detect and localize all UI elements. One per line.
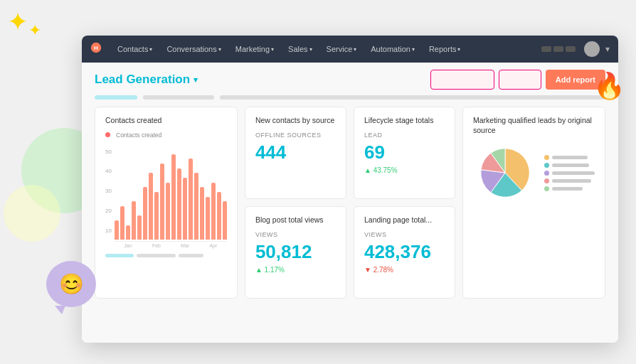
bar-item — [211, 183, 216, 240]
date-range-button[interactable] — [430, 70, 494, 90]
bar-item — [200, 187, 204, 239]
legend-dot-4 — [544, 186, 549, 191]
svg-text:H: H — [94, 45, 98, 51]
bar-item — [171, 154, 176, 240]
legend-bar-0 — [552, 156, 588, 159]
legend-item-1 — [544, 163, 595, 168]
lifecycle-change: ▲ 43.75% — [364, 166, 445, 174]
legend-item-4 — [544, 186, 595, 191]
nav-dot-2 — [553, 46, 563, 52]
bar-item — [132, 201, 136, 239]
date-pill-3 — [220, 95, 605, 100]
blog-views-change: ▲ 1.17% — [255, 266, 336, 274]
bar-item — [177, 168, 181, 240]
blog-views-label: VIEWS — [255, 231, 336, 238]
smile-emoji: 😊 — [59, 272, 84, 296]
x-axis-labels: Jan Feb Mar Apr — [115, 243, 227, 248]
bar-item — [154, 192, 159, 240]
x-pill-1 — [105, 254, 134, 257]
lifecycle-value: 69 — [364, 141, 445, 164]
legend-dot-0 — [544, 155, 549, 160]
marketing-leads-card: Marketing qualified leads by original so… — [462, 107, 605, 299]
nav-conversations[interactable]: Conversations▾ — [161, 42, 226, 56]
x-pill-2 — [137, 254, 176, 257]
nav-quick-actions — [541, 46, 576, 52]
cards-grid: Contacts created Contacts created 50 40 … — [95, 107, 605, 299]
bar-item — [149, 173, 153, 239]
lifecycle-card: Lifecycle stage totals LEAD 69 ▲ 43.75% — [354, 107, 455, 199]
nav-marketing[interactable]: Marketing▾ — [230, 42, 280, 56]
sparkle-icon-small: ✦ — [28, 21, 41, 40]
date-pill-2 — [143, 95, 214, 100]
new-contacts-card: New contacts by source OFFLINE SOURCES 4… — [245, 107, 346, 199]
landing-views-card: Landing page total... VIEWS 428,376 ▼ 2.… — [354, 206, 455, 299]
lifecycle-label: LEAD — [364, 132, 445, 139]
new-contacts-value: 444 — [255, 141, 336, 164]
nav-dot-3 — [566, 46, 576, 52]
nav-reports[interactable]: Reports▾ — [423, 42, 467, 56]
pie-chart — [473, 141, 537, 205]
bar-item — [120, 206, 124, 240]
blog-views-card: Blog post total views VIEWS 50,812 ▲ 1.1… — [245, 206, 346, 299]
blog-views-value: 50,812 — [255, 241, 336, 263]
deco-circle-yellow — [4, 185, 60, 242]
legend-dot-3 — [544, 178, 549, 183]
legend-bar-2 — [552, 171, 595, 175]
nav-contacts[interactable]: Contacts▾ — [112, 42, 158, 56]
lifecycle-title: Lifecycle stage totals — [364, 116, 445, 126]
bar-item — [115, 220, 119, 240]
filter-bar: Lead Generation ▾ Add report — [95, 63, 605, 95]
bar-item — [126, 225, 130, 240]
fire-icon: 🔥 — [593, 71, 625, 101]
filter-button-2[interactable] — [499, 70, 541, 90]
blog-views-title: Blog post total views — [255, 215, 336, 225]
legend-bar-4 — [552, 187, 583, 191]
bar-item — [143, 187, 147, 239]
bar-item — [183, 178, 187, 240]
chat-emoji-bubble: 😊 — [46, 261, 96, 307]
legend-bar-1 — [552, 164, 589, 167]
bar-item — [160, 164, 164, 240]
sparkle-icon-large: ✦ — [7, 7, 28, 37]
bar-item — [194, 173, 198, 239]
pie-wrapper — [473, 141, 595, 205]
chart-legend-label: Contacts created — [116, 132, 161, 139]
landing-views-label: VIEWS — [364, 231, 445, 238]
contacts-created-title: Contacts created — [105, 116, 227, 126]
pie-legend — [544, 155, 595, 191]
user-avatar[interactable] — [584, 41, 600, 57]
legend-item-2 — [544, 171, 595, 176]
title-chevron-icon[interactable]: ▾ — [194, 75, 198, 85]
chart-area: 50 40 30 20 10 Jan Feb Mar — [105, 141, 227, 248]
nav-dot-1 — [541, 46, 551, 52]
nav-sales[interactable]: Sales▾ — [282, 42, 318, 56]
legend-item-3 — [544, 178, 595, 183]
legend-item-0 — [544, 155, 595, 160]
nav-automation[interactable]: Automation▾ — [365, 42, 420, 56]
chart-x-pills — [105, 254, 227, 257]
landing-views-title: Landing page total... — [364, 215, 445, 225]
legend-dot-2 — [544, 171, 549, 176]
page-title: Lead Generation ▾ — [95, 73, 198, 87]
top-nav: H Contacts▾ Conversations▾ Marketing▾ Sa… — [82, 36, 618, 63]
x-pill-3 — [179, 254, 203, 257]
new-contacts-label: OFFLINE SOURCES — [255, 132, 336, 139]
new-contacts-title: New contacts by source — [255, 116, 336, 126]
bar-item — [206, 197, 210, 240]
legend-bar-3 — [552, 179, 591, 183]
bar-item — [223, 201, 227, 239]
bar-item — [137, 215, 142, 239]
date-pill-1 — [95, 95, 137, 100]
nav-service[interactable]: Service▾ — [321, 42, 363, 56]
hubspot-logo[interactable]: H — [90, 42, 102, 57]
legend-dot-1 — [544, 163, 549, 168]
y-axis-labels: 50 40 30 20 10 — [105, 141, 112, 234]
date-range-bar — [95, 95, 605, 100]
bar-chart — [115, 147, 227, 240]
bar-item — [189, 159, 193, 239]
marketing-leads-title: Marketing qualified leads by original so… — [473, 116, 595, 135]
nav-avatar-chevron: ▾ — [605, 44, 610, 54]
landing-views-value: 428,376 — [364, 241, 445, 263]
bar-item — [217, 192, 221, 240]
chart-legend-dot — [105, 132, 110, 137]
